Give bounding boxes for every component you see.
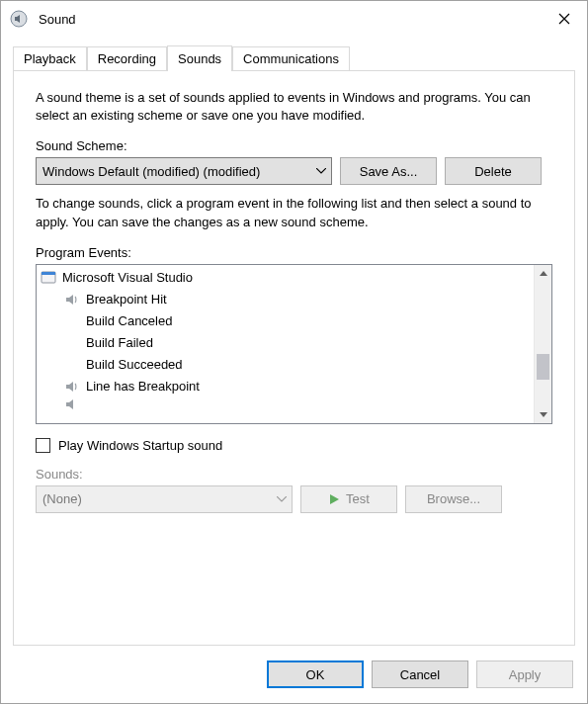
theme-description: A sound theme is a set of sounds applied… bbox=[36, 89, 552, 125]
event-group-label: Microsoft Visual Studio bbox=[62, 270, 193, 285]
event-item[interactable]: Line has Breakpoint bbox=[37, 376, 535, 397]
event-item-label: Breakpoint Hit bbox=[86, 292, 167, 307]
scrollbar[interactable] bbox=[534, 265, 551, 423]
test-button[interactable]: Test bbox=[300, 485, 397, 513]
delete-button[interactable]: Delete bbox=[445, 157, 542, 185]
scheme-select[interactable]: Windows Default (modified) (modified) bbox=[36, 157, 332, 185]
sounds-row: (None) Test Browse... bbox=[36, 485, 552, 513]
sound-select[interactable]: (None) bbox=[36, 485, 293, 513]
play-icon bbox=[328, 493, 340, 505]
scroll-track[interactable] bbox=[535, 282, 551, 406]
checkbox-box bbox=[36, 438, 50, 453]
tab-recording[interactable]: Recording bbox=[87, 46, 167, 70]
change-description: To change sounds, click a program event … bbox=[36, 195, 552, 230]
scroll-up-button[interactable] bbox=[535, 265, 551, 282]
scroll-thumb[interactable] bbox=[537, 354, 549, 380]
sound-select-value: (None) bbox=[36, 485, 293, 513]
scheme-select-value: Windows Default (modified) (modified) bbox=[36, 157, 332, 185]
event-item[interactable]: Build Canceled bbox=[37, 310, 535, 332]
sound-app-icon bbox=[9, 9, 29, 29]
program-events-list[interactable]: Microsoft Visual Studio Breakpoint Hit B… bbox=[36, 264, 552, 424]
test-button-label: Test bbox=[346, 491, 370, 506]
close-button[interactable] bbox=[542, 3, 587, 35]
events-label: Program Events: bbox=[36, 245, 552, 260]
tab-communications[interactable]: Communications bbox=[232, 46, 350, 70]
tab-playback[interactable]: Playback bbox=[13, 46, 87, 70]
event-item-label: Build Failed bbox=[86, 335, 153, 350]
event-item-partial[interactable] bbox=[37, 397, 535, 411]
checkbox-label: Play Windows Startup sound bbox=[58, 438, 222, 453]
event-item[interactable]: Breakpoint Hit bbox=[37, 289, 535, 310]
cancel-button[interactable]: Cancel bbox=[372, 660, 468, 688]
speaker-icon bbox=[64, 397, 80, 411]
save-as-button[interactable]: Save As... bbox=[340, 157, 437, 185]
program-icon bbox=[41, 270, 56, 286]
speaker-icon bbox=[64, 292, 80, 308]
event-item[interactable]: Build Succeeded bbox=[37, 354, 535, 376]
dialog-footer: OK Cancel Apply bbox=[1, 646, 587, 703]
tab-sounds[interactable]: Sounds bbox=[167, 45, 232, 71]
window-title: Sound bbox=[39, 12, 542, 27]
startup-sound-checkbox[interactable]: Play Windows Startup sound bbox=[36, 438, 552, 453]
event-group[interactable]: Microsoft Visual Studio bbox=[37, 267, 535, 289]
speaker-icon bbox=[64, 379, 80, 395]
sounds-label: Sounds: bbox=[36, 467, 552, 482]
event-item-label: Line has Breakpoint bbox=[86, 379, 200, 394]
content-area: Playback Recording Sounds Communications… bbox=[1, 37, 587, 646]
event-item[interactable]: Build Failed bbox=[37, 332, 535, 354]
tab-strip: Playback Recording Sounds Communications bbox=[13, 44, 575, 70]
scheme-label: Sound Scheme: bbox=[36, 138, 552, 153]
apply-button[interactable]: Apply bbox=[476, 660, 573, 688]
titlebar: Sound bbox=[1, 1, 587, 37]
scroll-down-button[interactable] bbox=[535, 406, 551, 423]
tab-panel-sounds: A sound theme is a set of sounds applied… bbox=[13, 70, 575, 646]
event-item-label: Build Canceled bbox=[86, 313, 172, 328]
browse-button[interactable]: Browse... bbox=[405, 485, 502, 513]
ok-button[interactable]: OK bbox=[267, 660, 364, 688]
event-item-label: Build Succeeded bbox=[86, 357, 183, 372]
sound-dialog: Sound Playback Recording Sounds Communic… bbox=[0, 0, 588, 704]
scheme-row: Windows Default (modified) (modified) Sa… bbox=[36, 157, 552, 185]
svg-rect-2 bbox=[42, 272, 55, 275]
